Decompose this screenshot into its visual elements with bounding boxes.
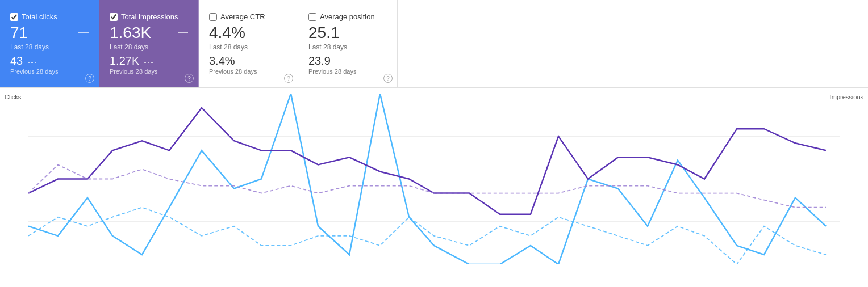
total-clicks-value: 71 — [10, 24, 28, 42]
average-ctr-label: Average CTR — [220, 12, 265, 21]
chart-svg: 9 6 3 0 120 80 40 0 3 6 9 12 15 18 21 24… — [28, 94, 840, 264]
total-clicks-prev-dash — [28, 62, 38, 63]
metric-total-impressions: Total impressions 1.63K Last 28 days 1.2… — [99, 0, 199, 87]
average-position-period: Last 28 days — [308, 43, 387, 51]
total-impressions-prev-period: Previous 28 days — [110, 68, 157, 75]
average-ctr-help-icon[interactable]: ? — [284, 74, 293, 83]
total-clicks-label: Total clicks — [22, 12, 57, 21]
average-ctr-value: 4.4% — [209, 24, 245, 42]
average-position-checkbox[interactable] — [308, 13, 316, 21]
metric-average-ctr: Average CTR 4.4% Last 28 days 3.4% Previ… — [199, 0, 298, 87]
average-position-label: Average position — [320, 12, 375, 21]
total-clicks-prev-value: 43 — [10, 54, 23, 67]
average-position-prev-value: 23.9 — [308, 54, 331, 67]
average-position-value: 25.1 — [308, 24, 340, 42]
clicks-previous-line — [28, 208, 826, 264]
metric-total-clicks: Total clicks 71 Last 28 days 43 Previous… — [0, 0, 99, 87]
metric-average-position: Average position 25.1 Last 28 days 23.9 … — [298, 0, 398, 87]
total-impressions-label: Total impressions — [121, 12, 178, 21]
total-impressions-prev-dash — [144, 62, 155, 63]
total-impressions-period: Last 28 days — [110, 43, 188, 51]
total-clicks-checkbox[interactable] — [10, 13, 18, 21]
total-impressions-prev-value: 1.27K — [110, 54, 139, 67]
chart-y-label-left: Clicks — [5, 94, 21, 100]
impressions-current-line — [28, 108, 826, 214]
total-clicks-prev-period: Previous 28 days — [10, 68, 58, 75]
total-impressions-help-icon[interactable]: ? — [185, 74, 194, 83]
metrics-bar: Total clicks 71 Last 28 days 43 Previous… — [0, 0, 868, 88]
total-impressions-checkbox[interactable] — [110, 13, 118, 21]
total-clicks-help-icon[interactable]: ? — [85, 74, 94, 83]
chart-y-label-right: Impressions — [830, 94, 863, 100]
total-clicks-period: Last 28 days — [10, 43, 89, 51]
average-ctr-period: Last 28 days — [209, 43, 287, 51]
average-ctr-checkbox[interactable] — [209, 13, 217, 21]
average-ctr-prev-period: Previous 28 days — [209, 68, 257, 75]
total-impressions-value: 1.63K — [110, 24, 151, 42]
average-position-help-icon[interactable]: ? — [383, 74, 393, 83]
average-position-prev-period: Previous 28 days — [308, 68, 356, 75]
chart-area: Clicks Impressions 9 6 3 0 120 80 40 0 3… — [0, 88, 868, 287]
total-clicks-dash — [78, 32, 89, 33]
total-impressions-dash — [178, 32, 188, 33]
average-ctr-prev-value: 3.4% — [209, 54, 235, 67]
